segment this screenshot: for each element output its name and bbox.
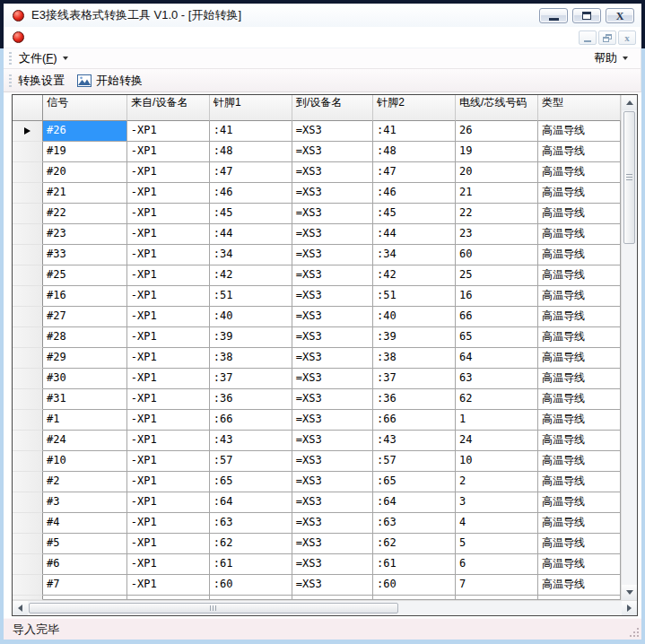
grid-cell[interactable]: =XS3: [292, 369, 373, 389]
row-selector[interactable]: [13, 472, 43, 492]
row-selector[interactable]: [13, 410, 43, 431]
grid-cell[interactable]: 高温导线: [538, 554, 621, 575]
row-selector[interactable]: [13, 389, 43, 410]
grid-cell[interactable]: 高温导线: [538, 431, 621, 451]
column-header-2[interactable]: 来自/设备名: [127, 95, 210, 121]
grid-cell[interactable]: =XS3: [292, 534, 373, 554]
grid-cell[interactable]: #20: [43, 162, 127, 183]
grid-cell[interactable]: =XS3: [292, 224, 373, 245]
grid-cell[interactable]: :36: [373, 389, 456, 410]
grid-cell[interactable]: 19: [456, 142, 538, 162]
column-header-1[interactable]: 信号: [43, 95, 127, 121]
grid-cell[interactable]: :60: [373, 575, 456, 596]
grid-cell[interactable]: -XP1: [127, 204, 210, 224]
grid-cell[interactable]: -XP1: [127, 121, 210, 142]
grid-cell[interactable]: :40: [210, 307, 292, 327]
title-bar[interactable]: E3接线表格式转换工具 V1.0 - [开始转换] X: [4, 4, 641, 27]
column-header-3[interactable]: 针脚1: [210, 95, 292, 121]
grid-cell[interactable]: 26: [456, 121, 538, 142]
grid-cell[interactable]: -XP1: [127, 142, 210, 162]
row-selector[interactable]: [13, 121, 43, 142]
grid-cell[interactable]: =XS3: [292, 162, 373, 183]
grid-cell[interactable]: -XP1: [127, 348, 210, 369]
grid-cell[interactable]: 高温导线: [538, 492, 621, 513]
row-selector[interactable]: [13, 534, 43, 554]
column-header-4[interactable]: 到/设备名: [292, 95, 373, 121]
grid-cell[interactable]: 高温导线: [538, 286, 621, 307]
grid-cell[interactable]: :63: [373, 513, 456, 534]
grid-cell[interactable]: :42: [373, 265, 456, 286]
grid-cell[interactable]: :48: [210, 142, 292, 162]
grid-cell[interactable]: 高温导线: [538, 245, 621, 265]
grid-cell[interactable]: :47: [373, 162, 456, 183]
grid-cell[interactable]: #21: [43, 183, 127, 204]
grid-cell[interactable]: 高温导线: [538, 389, 621, 410]
grid-cell[interactable]: :62: [373, 534, 456, 554]
grid-cell[interactable]: #27: [43, 307, 127, 327]
row-selector[interactable]: [13, 183, 43, 204]
grid-cell[interactable]: :48: [373, 142, 456, 162]
grid-cell[interactable]: =XS3: [292, 492, 373, 513]
row-selector[interactable]: [13, 162, 43, 183]
row-selector[interactable]: [13, 575, 43, 596]
row-selector[interactable]: [13, 307, 43, 327]
grid-cell[interactable]: :60: [210, 575, 292, 596]
grid-cell[interactable]: #5: [43, 534, 127, 554]
grid-cell[interactable]: -XP1: [127, 451, 210, 472]
grid-cell[interactable]: #22: [43, 204, 127, 224]
row-selector[interactable]: [13, 451, 43, 472]
column-header-7[interactable]: 类型: [538, 95, 621, 121]
grid-cell[interactable]: 高温导线: [538, 183, 621, 204]
grid-cell[interactable]: :65: [373, 472, 456, 492]
grid-cell[interactable]: :46: [210, 183, 292, 204]
maximize-button[interactable]: [572, 8, 601, 23]
start-convert-button[interactable]: 开始转换: [71, 71, 149, 91]
grid-cell[interactable]: #24: [43, 431, 127, 451]
grid-cell[interactable]: =XS3: [292, 286, 373, 307]
grid-cell[interactable]: :63: [210, 513, 292, 534]
grid-cell[interactable]: #19: [43, 142, 127, 162]
grid-cell[interactable]: 23: [456, 224, 538, 245]
grid-cell[interactable]: 25: [456, 265, 538, 286]
mdi-restore-button[interactable]: [598, 30, 616, 45]
grid-cell[interactable]: 65: [456, 327, 538, 348]
grid-cell[interactable]: 高温导线: [538, 162, 621, 183]
grid-cell[interactable]: 24: [456, 431, 538, 451]
row-selector[interactable]: [13, 265, 43, 286]
scroll-left-button[interactable]: [13, 601, 28, 615]
grid-cell[interactable]: -XP1: [127, 554, 210, 575]
grid-cell[interactable]: -XP1: [127, 472, 210, 492]
grid-cell[interactable]: :34: [373, 245, 456, 265]
grid-cell[interactable]: #4: [43, 513, 127, 534]
grid-cell[interactable]: #31: [43, 389, 127, 410]
grid-cell[interactable]: 高温导线: [538, 451, 621, 472]
grid-cell[interactable]: #10: [43, 451, 127, 472]
row-selector[interactable]: [13, 554, 43, 575]
grid-cell[interactable]: 7: [456, 575, 538, 596]
grid-cell[interactable]: =XS3: [292, 121, 373, 142]
grid-cell[interactable]: :47: [210, 162, 292, 183]
grid-cell[interactable]: =XS3: [292, 472, 373, 492]
grid-cell[interactable]: =XS3: [292, 431, 373, 451]
grid-cell[interactable]: 高温导线: [538, 265, 621, 286]
grid-cell[interactable]: #28: [43, 327, 127, 348]
grid-cell[interactable]: -XP1: [127, 286, 210, 307]
grid-cell[interactable]: 1: [456, 410, 538, 431]
vertical-scrollbar-thumb[interactable]: [623, 111, 635, 244]
grid-cell[interactable]: 20: [456, 162, 538, 183]
grid-cell[interactable]: :44: [373, 224, 456, 245]
grid-cell[interactable]: 5: [456, 534, 538, 554]
grid-cell[interactable]: #25: [43, 265, 127, 286]
grid-cell[interactable]: #33: [43, 245, 127, 265]
row-selector[interactable]: [13, 369, 43, 389]
grid-cell[interactable]: =XS3: [292, 265, 373, 286]
grid-cell[interactable]: :57: [373, 451, 456, 472]
grid-cell[interactable]: -XP1: [127, 162, 210, 183]
grid-cell[interactable]: 6: [456, 554, 538, 575]
grid-cell[interactable]: -XP1: [127, 183, 210, 204]
grid-cell[interactable]: 66: [456, 307, 538, 327]
grid-cell[interactable]: #3: [43, 492, 127, 513]
grid-cell[interactable]: 10: [456, 451, 538, 472]
row-selector[interactable]: [13, 286, 43, 307]
grid-cell[interactable]: :39: [373, 327, 456, 348]
